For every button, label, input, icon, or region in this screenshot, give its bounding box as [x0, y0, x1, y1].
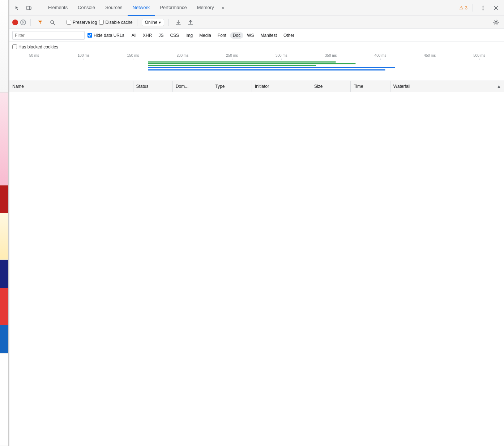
tab-network[interactable]: Network [128, 0, 155, 16]
search-btn[interactable] [47, 17, 57, 27]
device-toolbar-btn[interactable] [24, 3, 34, 13]
tab-memory[interactable]: Memory [192, 0, 219, 16]
timeline-ruler: 50 ms100 ms150 ms200 ms250 ms300 ms350 m… [9, 52, 504, 59]
tab-elements[interactable]: Elements [43, 0, 73, 16]
network-throttle-select[interactable]: Online ▾ [142, 19, 165, 26]
table-col-initiator[interactable]: Initiator [252, 81, 311, 92]
cursor-tool-btn[interactable] [12, 3, 22, 13]
record-btn[interactable] [12, 20, 18, 25]
filter-type-js[interactable]: JS [155, 32, 166, 39]
sort-icon: ▲ [497, 84, 501, 89]
timeline-chart [9, 59, 504, 80]
disable-cache-checkbox[interactable] [99, 20, 104, 25]
network-table: NameStatusDom...TypeInitiatorSizeTimeWat… [9, 81, 504, 381]
clear-btn[interactable] [20, 20, 26, 25]
tab-bar: ElementsConsoleSourcesNetworkPerformance… [9, 0, 504, 16]
preserve-log-label[interactable]: Preserve log [67, 20, 97, 25]
filter-type-css[interactable]: CSS [167, 32, 182, 39]
empty-row [9, 92, 504, 381]
blocked-cookies-text: Has blocked cookies [18, 44, 58, 50]
tab-performance[interactable]: Performance [155, 0, 192, 16]
ruler-tick: 50 ms [9, 53, 59, 57]
network-controls-toolbar: Preserve log Disable cache Online ▾ [9, 16, 504, 29]
svg-point-2 [483, 5, 484, 7]
hide-data-urls-label[interactable]: Hide data URLs [87, 33, 124, 38]
ruler-tick: 350 ms [306, 53, 356, 57]
tab-sources[interactable]: Sources [100, 0, 128, 16]
export-har-btn[interactable] [185, 17, 196, 27]
svg-rect-9 [148, 65, 316, 66]
preserve-log-checkbox[interactable] [67, 20, 71, 25]
tab-console[interactable]: Console [73, 0, 100, 16]
filter-type-ws[interactable]: WS [244, 32, 257, 39]
timeline: 50 ms100 ms150 ms200 ms250 ms300 ms350 m… [9, 52, 504, 81]
table-col-name[interactable]: Name [9, 81, 133, 92]
filter-type-other[interactable]: Other [281, 32, 297, 39]
toolbar-div-3 [137, 19, 137, 26]
filter-type-all[interactable]: All [129, 32, 139, 39]
ruler-tick: 450 ms [405, 53, 454, 57]
throttle-dropdown-icon: ▾ [159, 20, 161, 25]
table-col-status[interactable]: Status [133, 81, 172, 92]
toolbar-divider [40, 4, 40, 12]
svg-point-4 [483, 9, 484, 10]
disable-cache-label[interactable]: Disable cache [99, 20, 132, 25]
table-col-dom...[interactable]: Dom... [172, 81, 212, 92]
ruler-tick: 200 ms [158, 53, 207, 57]
ruler-tick: 500 ms [454, 53, 504, 57]
more-tabs-btn[interactable]: » [220, 0, 227, 16]
blocked-cookies-checkbox[interactable] [12, 44, 17, 49]
more-options-btn[interactable] [478, 3, 488, 13]
filter-type-xhr[interactable]: XHR [140, 32, 155, 39]
settings-btn[interactable] [491, 17, 501, 27]
ruler-tick: 400 ms [356, 53, 405, 57]
disable-cache-text: Disable cache [105, 20, 132, 25]
ruler-tick: 300 ms [257, 53, 306, 57]
svg-rect-7 [148, 61, 336, 63]
table-header: NameStatusDom...TypeInitiatorSizeTimeWat… [9, 81, 504, 92]
filter-type-manifest[interactable]: Manifest [258, 32, 280, 39]
filter-types: AllXHRJSCSSImgMediaFontDocWSManifestOthe… [129, 32, 297, 39]
table-col-size[interactable]: Size [311, 81, 350, 92]
toolbar-div-2 [62, 19, 62, 26]
svg-rect-11 [148, 69, 385, 70]
filter-type-doc[interactable]: Doc [230, 32, 243, 39]
network-table-container[interactable]: NameStatusDom...TypeInitiatorSizeTimeWat… [9, 81, 504, 446]
svg-rect-10 [148, 67, 395, 68]
close-devtools-btn[interactable] [491, 3, 501, 13]
ruler-tick: 150 ms [108, 53, 158, 57]
hide-data-urls-checkbox[interactable] [87, 33, 92, 38]
toolbar-div-1 [30, 19, 31, 26]
import-har-btn[interactable] [173, 17, 183, 27]
filter-type-media[interactable]: Media [196, 32, 214, 39]
filter-requests-btn[interactable] [35, 17, 45, 27]
filter-bar: Hide data URLs AllXHRJSCSSImgMediaFontDo… [9, 29, 504, 42]
ruler-tick: 100 ms [59, 53, 108, 57]
filter-type-img[interactable]: Img [183, 32, 196, 39]
online-label: Online [145, 20, 158, 25]
table-col-type[interactable]: Type [212, 81, 252, 92]
preserve-log-text: Preserve log [73, 20, 97, 25]
filter-input[interactable] [12, 31, 85, 40]
filter-type-font[interactable]: Font [215, 32, 229, 39]
svg-rect-1 [30, 7, 31, 9]
ruler-tick: 250 ms [207, 53, 257, 57]
blocked-cookies-label[interactable]: Has blocked cookies [12, 44, 58, 50]
table-col-waterfall[interactable]: Waterfall▲ [390, 81, 504, 92]
cookies-bar: Has blocked cookies [9, 42, 504, 52]
right-divider [473, 4, 473, 12]
svg-rect-8 [148, 63, 356, 64]
warning-icon: ⚠ [459, 5, 464, 10]
table-col-time[interactable]: Time [351, 81, 390, 92]
svg-point-3 [483, 7, 484, 8]
warning-badge: ⚠ 3 [459, 5, 467, 10]
toolbar-div-4 [168, 19, 169, 26]
warning-count: 3 [465, 5, 467, 10]
svg-point-6 [495, 21, 497, 23]
svg-rect-0 [27, 6, 30, 10]
table-body [9, 92, 504, 381]
hide-data-urls-text: Hide data URLs [94, 33, 124, 38]
